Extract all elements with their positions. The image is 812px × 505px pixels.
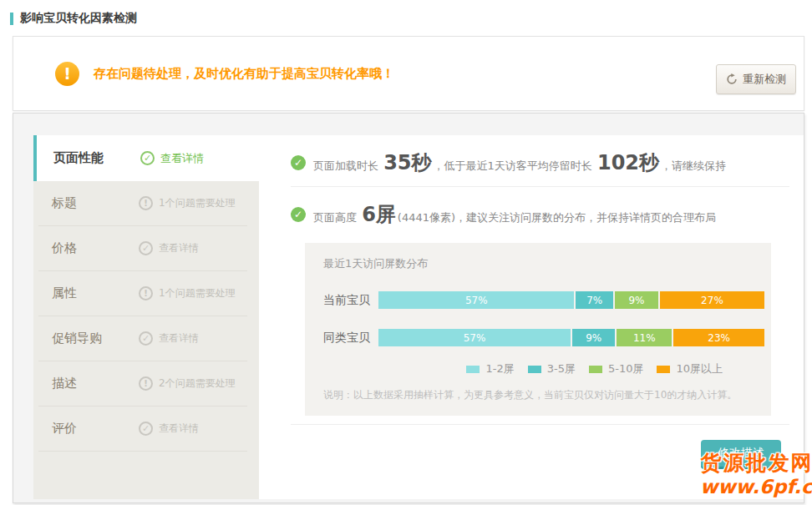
status-check-icon — [139, 331, 153, 346]
bar-segment: 23% — [673, 329, 764, 346]
bar-segment: 27% — [660, 291, 764, 309]
status-warning-icon — [139, 196, 153, 210]
sidebar-item-status: 1个问题需要处理 — [159, 196, 236, 210]
sidebar: 页面性能 查看详情 标题 1个问题需要处理 价格 — [33, 135, 259, 499]
title-accent-bar — [10, 13, 13, 25]
bar-segment: 57% — [378, 329, 571, 346]
avg-stay-value: 102秒 — [596, 151, 661, 174]
sidebar-item-label: 标题 — [52, 195, 139, 211]
refresh-button-label: 重新检测 — [743, 72, 786, 87]
sidebar-item-label: 评价 — [52, 421, 139, 437]
bar-segment: 7% — [576, 291, 613, 309]
view-details-link[interactable]: 查看详情 — [160, 151, 204, 166]
content-area: 页面加载时长 35秒，低于最近1天访客平均停留时长 102秒，请继续保持 页面高… — [259, 135, 804, 499]
bar-segment: 11% — [617, 329, 672, 346]
sidebar-item-description[interactable]: 描述 2个问题需要处理 — [38, 361, 247, 407]
divider — [291, 424, 789, 425]
alert-message: 存在问题待处理，及时优化有助于提高宝贝转化率哦！ — [94, 66, 394, 82]
refresh-button[interactable]: 重新检测 — [716, 64, 796, 94]
sidebar-item-reviews[interactable]: 评价 查看详情 — [38, 407, 247, 452]
sidebar-item-page-performance[interactable]: 页面性能 查看详情 — [33, 135, 259, 181]
sidebar-item-label: 属性 — [52, 285, 139, 301]
legend-swatch — [466, 366, 480, 373]
bar-segment: 9% — [572, 329, 615, 346]
page-height-value: 6屏 — [360, 203, 398, 226]
bar-row: 当前宝贝57%7%9%27% — [305, 291, 771, 309]
bar-segment: 57% — [378, 291, 574, 309]
detection-panel: 页面性能 查看详情 标题 1个问题需要处理 价格 — [13, 113, 804, 503]
sidebar-item-label: 描述 — [52, 376, 139, 391]
sidebar-item-label: 页面性能 — [53, 150, 140, 166]
check-circle-icon — [291, 207, 306, 222]
sidebar-item-status: 2个问题需要处理 — [159, 376, 236, 391]
load-time-row: 页面加载时长 35秒，低于最近1天访客平均停留时长 102秒，请继续保持 — [259, 135, 804, 186]
status-warning-icon — [139, 286, 153, 300]
bar-segment: 9% — [615, 291, 658, 309]
page-title: 影响宝贝转化因素检测 — [10, 11, 137, 26]
load-time-value: 35秒 — [382, 151, 433, 174]
legend-swatch — [528, 366, 541, 373]
modify-description-button[interactable]: 修改描述 — [701, 440, 781, 469]
page-height-row: 页面高度 6屏(4441像素)，建议关注访问屏数的分布，并保持详情页的合理布局 — [259, 187, 804, 238]
alert-panel: ! 存在问题待处理，及时优化有助于提高宝贝转化率哦！ 重新检测 — [13, 36, 804, 111]
page-title-text: 影响宝贝转化因素检测 — [20, 11, 137, 26]
legend-item: 5-10屏 — [589, 361, 644, 376]
legend-swatch — [589, 366, 602, 373]
status-check-icon — [140, 151, 155, 165]
chart-legend: 1-2屏3-5屏5-10屏10屏以上 — [305, 361, 771, 376]
page-height-text: 页面高度 6屏(4441像素)，建议关注访问屏数的分布，并保持详情页的合理布局 — [313, 201, 716, 228]
sidebar-item-status: 查看详情 — [159, 331, 199, 346]
refresh-icon — [726, 73, 738, 85]
load-time-text: 页面加载时长 35秒，低于最近1天访客平均停留时长 102秒，请继续保持 — [313, 149, 726, 176]
sidebar-item-status: 查看详情 — [159, 422, 199, 436]
chart-note: 说明：以上数据采用抽样计算，为更具参考意义，当前宝贝仅对访问量大于10的才纳入计… — [323, 388, 763, 402]
sidebar-item-status: 1个问题需要处理 — [159, 286, 236, 300]
bar-row-label: 同类宝贝 — [323, 331, 378, 346]
sidebar-item-promotion[interactable]: 促销导购 查看详情 — [38, 316, 247, 361]
status-check-icon — [139, 422, 153, 436]
legend-item: 3-5屏 — [528, 361, 576, 376]
chart-title: 最近1天访问屏数分布 — [323, 256, 771, 271]
bar-row-label: 当前宝贝 — [323, 293, 378, 308]
sidebar-item-label: 促销导购 — [52, 331, 139, 346]
legend-swatch — [657, 366, 670, 373]
sidebar-item-list: 标题 1个问题需要处理 价格 查看详情 属性 — [33, 181, 259, 499]
warning-icon: ! — [55, 62, 79, 86]
check-circle-icon — [291, 155, 306, 170]
sidebar-item-status: 查看详情 — [159, 241, 199, 255]
sidebar-item-price[interactable]: 价格 查看详情 — [38, 226, 247, 271]
legend-item: 1-2屏 — [466, 361, 514, 376]
status-warning-icon — [139, 376, 153, 391]
status-check-icon — [139, 241, 153, 255]
legend-item: 10屏以上 — [657, 361, 723, 376]
sidebar-item-attributes[interactable]: 属性 1个问题需要处理 — [38, 271, 247, 316]
sidebar-item-title[interactable]: 标题 1个问题需要处理 — [38, 181, 247, 226]
bar-row: 同类宝贝57%9%11%23% — [305, 329, 771, 346]
sidebar-item-label: 价格 — [52, 240, 139, 256]
screen-distribution-chart: 最近1天访问屏数分布 当前宝贝57%7%9%27%同类宝贝57%9%11%23%… — [305, 243, 771, 416]
